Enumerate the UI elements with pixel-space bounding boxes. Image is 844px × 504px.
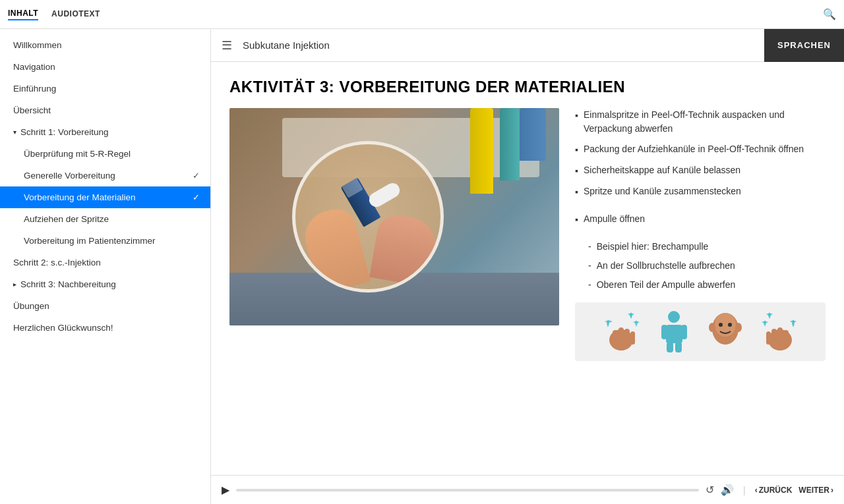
svg-rect-2: [618, 327, 624, 345]
sidebar-label: Vorbereitung der Materialien: [24, 192, 136, 202]
svg-rect-18: [783, 330, 789, 345]
text-content: Einmalspritze in Peel-Off-Technik auspac…: [575, 108, 826, 361]
video-controls: ▶ ↺ 🔊 | ‹ ZURÜCK WEITER ›: [211, 475, 844, 504]
sidebar-item-schritt1[interactable]: ▾ Schritt 1: Vorbereitung: [0, 121, 210, 143]
svg-rect-3: [624, 329, 630, 345]
sidebar: Willkommen Navigation Einführung Übersic…: [0, 29, 211, 504]
svg-rect-6: [666, 325, 682, 343]
replay-icon[interactable]: ↺: [706, 484, 714, 496]
sidebar-label: Überprüfung mit 5-R-Regel: [24, 149, 131, 159]
top-bar: INHALT AUDIOTEXT 🔍: [0, 0, 844, 29]
volume-icon[interactable]: 🔊: [721, 484, 734, 496]
sub-list-item: An der Sollbruchstelle aufbrechen: [575, 259, 826, 273]
svg-point-15: [709, 323, 715, 332]
video-placeholder: [229, 108, 559, 325]
sidebar-item-schritt2[interactable]: Schritt 2: s.c.-Injektion: [0, 252, 210, 273]
back-button[interactable]: ‹ ZURÜCK: [755, 486, 793, 495]
activity-title: AKTIVITÄT 3: VORBEREITUNG DER MATERIALIE…: [229, 78, 826, 96]
list-item: Packung der Aufziehkanüle in Peel-Off-Te…: [575, 142, 826, 157]
sidebar-label: Navigation: [13, 62, 55, 72]
list-item-ampulle: Ampulle öffnen: [575, 212, 826, 227]
ampulle-list: Ampulle öffnen: [575, 212, 826, 227]
tab-audiotext[interactable]: AUDIOTEXT: [51, 9, 100, 20]
check-icon: ✓: [193, 192, 200, 202]
sub-list-item: Oberen Teil der Ampulle abwerfen: [575, 278, 826, 292]
video-container: [229, 108, 559, 361]
sidebar-label: Schritt 2: s.c.-Injektion: [13, 258, 101, 267]
sidebar-item-einfuehrung[interactable]: Einführung: [0, 78, 210, 99]
sidebar-item-navigation[interactable]: Navigation: [0, 56, 210, 78]
sidebar-item-herzlichen[interactable]: Herzlichen Glückwunsch!: [0, 317, 210, 339]
sidebar-item-uebersicht[interactable]: Übersicht: [0, 99, 210, 121]
chevron-left-icon: ‹: [755, 486, 758, 495]
sidebar-item-uebungen[interactable]: Übungen: [0, 295, 210, 317]
hygiene-icon-head: [709, 310, 742, 353]
content-title: Subkutane Injektion: [243, 40, 764, 51]
play-button[interactable]: ▶: [222, 484, 229, 496]
sidebar-label: Schritt 1: Vorbereitung: [20, 127, 109, 137]
sidebar-label: Herzlichen Glückwunsch!: [13, 323, 113, 333]
svg-point-5: [668, 311, 680, 323]
sidebar-label: Aufziehen der Spritze: [24, 214, 109, 224]
sidebar-label: Schritt 3: Nachbereitung: [20, 279, 116, 289]
list-item: Sicherheitskappe auf Kanüle belassen: [575, 163, 826, 178]
progress-bar[interactable]: [236, 489, 699, 491]
search-icon[interactable]: 🔍: [823, 8, 836, 20]
main-layout: Willkommen Navigation Einführung Übersic…: [0, 29, 844, 504]
svg-rect-19: [777, 327, 783, 345]
sprachen-button[interactable]: SPRACHEN: [764, 29, 844, 62]
sidebar-item-schritt3[interactable]: ▸ Schritt 3: Nachbereitung: [0, 273, 210, 295]
hamburger-icon[interactable]: ☰: [222, 38, 232, 53]
sidebar-item-vorbereitung-materialien[interactable]: Vorbereitung der Materialien ✓: [0, 186, 210, 208]
sidebar-label: Einführung: [13, 84, 56, 94]
check-icon: ✓: [193, 171, 200, 181]
content-body: Einmalspritze in Peel-Off-Technik auspac…: [229, 108, 826, 361]
sidebar-label: Willkommen: [13, 40, 62, 50]
svg-rect-7: [661, 325, 667, 339]
next-button[interactable]: WEITER ›: [799, 486, 833, 495]
svg-point-14: [728, 323, 732, 327]
svg-rect-1: [613, 330, 618, 345]
svg-rect-10: [675, 342, 682, 352]
separator: |: [743, 485, 746, 495]
list-item: Spritze und Kanüle zusammenstecken: [575, 184, 826, 199]
svg-rect-8: [681, 325, 687, 339]
svg-rect-4: [630, 331, 635, 345]
sub-list-item: Beispiel hier: Brechampulle: [575, 240, 826, 254]
hygiene-icon-hands-right: [762, 310, 798, 353]
sidebar-item-generelle[interactable]: Generelle Vorbereitung ✓: [0, 165, 210, 186]
sidebar-label: Übersicht: [13, 105, 51, 115]
sidebar-label: Generelle Vorbereitung: [24, 171, 115, 181]
tab-inhalt[interactable]: INHALT: [8, 9, 38, 20]
svg-point-16: [735, 323, 742, 332]
list-item: Einmalspritze in Peel-Off-Technik auspac…: [575, 108, 826, 136]
sidebar-label: Übungen: [13, 301, 49, 311]
sidebar-item-aufziehen[interactable]: Aufziehen der Spritze: [0, 208, 210, 230]
hygiene-icon-hands-left: [603, 310, 640, 353]
svg-rect-9: [667, 342, 673, 352]
sidebar-item-ueberpruefung[interactable]: Überprüfung mit 5-R-Regel: [0, 143, 210, 165]
chevron-right-icon: ›: [831, 486, 833, 495]
hygiene-icon-bar: [575, 302, 826, 361]
content-area: ☰ Subkutane Injektion SPRACHEN AKTIVITÄT…: [211, 29, 844, 504]
sidebar-item-vorbereitung-patient[interactable]: Vorbereitung im Patientenzimmer: [0, 230, 210, 252]
sidebar-item-willkommen[interactable]: Willkommen: [0, 34, 210, 56]
hygiene-icon-person: [659, 310, 689, 353]
arrow-down-icon: ▾: [13, 128, 16, 136]
svg-point-13: [719, 323, 723, 327]
sidebar-label: Vorbereitung im Patientenzimmer: [24, 236, 156, 246]
svg-rect-20: [771, 329, 777, 345]
bullet-list: Einmalspritze in Peel-Off-Technik auspac…: [575, 108, 826, 199]
content-header: ☰ Subkutane Injektion SPRACHEN: [211, 29, 844, 62]
svg-rect-21: [766, 331, 771, 345]
content-scroll: AKTIVITÄT 3: VORBEREITUNG DER MATERIALIE…: [211, 62, 844, 475]
arrow-right-icon: ▸: [13, 281, 16, 288]
sub-bullet-list: Beispiel hier: Brechampulle An der Sollb…: [575, 240, 826, 292]
